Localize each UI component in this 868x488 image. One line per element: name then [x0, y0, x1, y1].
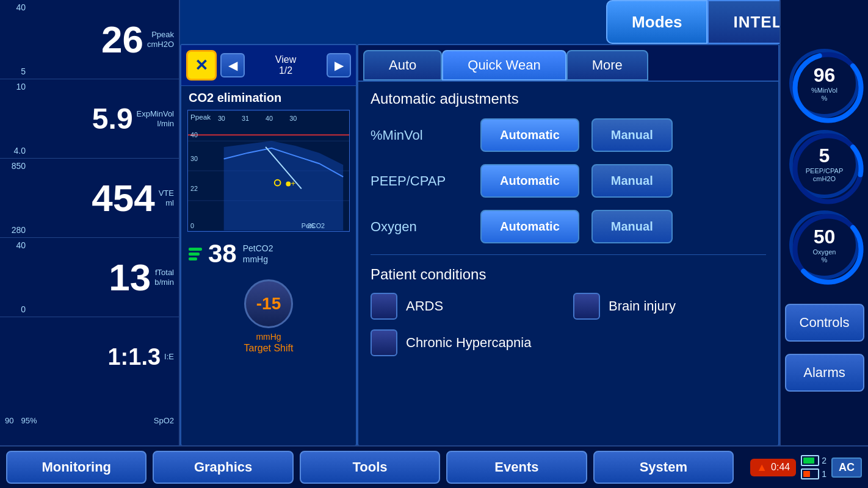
vital-row-ppeak: 40 5 26 PpeakcmH2O — [0, 0, 179, 79]
middle-header: ✕ ◀ View1/2 ▶ — [181, 45, 356, 86]
petco2-value: 38 — [208, 239, 237, 268]
svg-text:30: 30 — [190, 155, 198, 162]
close-button[interactable]: ✕ — [186, 50, 217, 81]
target-shift-circle[interactable]: -15 — [244, 279, 293, 328]
vital-row-expminvol: 10 4.0 5.9 ExpMinVoll/min — [0, 79, 179, 159]
right-sidebar: 96 %MinVol% 5 PEEP/CPAPcmH2O 50 Oxygen% … — [779, 0, 868, 445]
ie-label: I:E — [164, 352, 174, 362]
svg-text:40: 40 — [190, 131, 198, 138]
bottom-system-button[interactable]: System — [593, 451, 734, 484]
view-label: View1/2 — [248, 54, 323, 76]
ie-scale — [5, 320, 29, 393]
ftotal-value: 13 — [29, 259, 151, 296]
target-shift-area: -15 mmHg Target Shift — [181, 273, 356, 360]
petco2-row: 38 PetCO2mmHg — [181, 234, 356, 273]
adj-label-minvol: %MinVol — [371, 127, 468, 143]
adj-row-minvol: %MinVol Automatic Manual — [358, 112, 778, 158]
co2-chart: 40 30 22 0 26 30 31 40 30 + Ppeak PetCO2 — [187, 110, 350, 232]
auto-adjustments-title: Automatic adjustments — [358, 82, 778, 112]
left-panel: 40 5 26 PpeakcmH2O 10 4.0 5.9 ExpMinVoll… — [0, 0, 180, 445]
battery-row-2: 1 — [801, 468, 826, 479]
vte-value: 454 — [29, 179, 155, 217]
controls-button[interactable]: Controls — [785, 304, 864, 342]
battery-status: 2 1 — [801, 455, 826, 479]
modes-button[interactable]: Modes — [606, 0, 707, 44]
expminvol-value: 5.9 — [29, 104, 133, 134]
condition-chronic-hypercapnia: Chronic Hypercapnia — [371, 329, 563, 356]
battery-fill-2 — [803, 471, 810, 477]
condition-ards-checkbox[interactable] — [371, 293, 397, 320]
adj-row-peep: PEEP/CPAP Automatic Manual — [358, 158, 778, 204]
ftotal-scale: 40 0 — [5, 240, 29, 314]
battery-fill-1 — [803, 458, 814, 464]
spo2-hi: 95% — [21, 416, 37, 425]
bar-1 — [189, 248, 202, 251]
expminvol-scale: 10 4.0 — [5, 82, 29, 156]
vte-scale: 850 280 — [5, 161, 29, 235]
bottom-events-button[interactable]: Events — [446, 451, 587, 484]
ppeak-value: 26 — [29, 21, 143, 59]
adj-auto-oxygen[interactable]: Automatic — [480, 210, 579, 243]
condition-chronic-hypercapnia-label: Chronic Hypercapnia — [406, 335, 531, 351]
status-area: ▲ 0:44 2 1 AC — [740, 455, 862, 479]
tab-auto[interactable]: Auto — [363, 50, 442, 81]
adj-manual-peep[interactable]: Manual — [591, 164, 673, 198]
co2-title: CO2 elimination — [181, 86, 356, 107]
target-unit: mmHg — [256, 332, 281, 342]
middle-panel: ✕ ◀ View1/2 ▶ CO2 elimination 40 30 22 — [180, 44, 357, 447]
battery-count-2: 1 — [822, 469, 826, 479]
condition-brain-injury: Brain injury — [573, 293, 766, 320]
bottom-graphics-button[interactable]: Graphics — [153, 451, 293, 484]
alarms-button[interactable]: Alarms — [785, 354, 864, 392]
spo2-label: SpO2 — [154, 416, 174, 425]
bar-2 — [189, 253, 200, 256]
ppeak-scale: 40 5 — [5, 2, 29, 76]
green-bars-indicator — [189, 248, 202, 260]
spo2-lo: 90 — [5, 416, 13, 425]
adj-label-peep: PEEP/CPAP — [371, 173, 468, 189]
target-label: Target Shift — [244, 343, 294, 354]
condition-brain-injury-checkbox[interactable] — [573, 293, 600, 320]
svg-text:30: 30 — [289, 115, 297, 122]
condition-ards-label: ARDS — [406, 298, 443, 314]
battery-count-1: 2 — [822, 456, 826, 465]
svg-text:30: 30 — [218, 115, 225, 122]
bar-3 — [189, 257, 197, 260]
vte-label: VTEml — [159, 188, 174, 207]
svg-text:PetCO2: PetCO2 — [302, 222, 325, 229]
tab-more[interactable]: More — [566, 50, 648, 81]
condition-brain-injury-label: Brain injury — [609, 298, 676, 314]
adj-auto-peep[interactable]: Automatic — [480, 164, 579, 198]
svg-point-22 — [795, 55, 861, 121]
svg-text:31: 31 — [242, 115, 249, 122]
vital-row-ftotal: 40 0 13 fTotalb/min — [0, 238, 179, 317]
svg-text:0: 0 — [190, 222, 194, 229]
tab-quick-wean[interactable]: Quick Wean — [442, 50, 566, 81]
adj-manual-minvol[interactable]: Manual — [591, 118, 673, 152]
ie-value: 1:1.3 — [29, 345, 161, 368]
alarm-time: 0:44 — [771, 462, 790, 473]
nav-next-button[interactable]: ▶ — [327, 53, 351, 77]
right-panel: Auto Quick Wean More Automatic adjustmen… — [357, 44, 779, 447]
adj-manual-oxygen[interactable]: Manual — [591, 210, 673, 243]
ppeak-label: PpeakcmH2O — [147, 30, 174, 49]
bottom-tools-button[interactable]: Tools — [300, 451, 440, 484]
bottom-monitoring-button[interactable]: Monitoring — [6, 451, 146, 484]
spo2-row: 90 95% SpO2 — [0, 396, 179, 445]
battery-row-1: 2 — [801, 455, 826, 466]
vital-row-vte: 850 280 454 VTEml — [0, 159, 179, 238]
nav-prev-button[interactable]: ◀ — [220, 53, 245, 77]
adj-label-oxygen: Oxygen — [371, 219, 468, 235]
adj-auto-minvol[interactable]: Automatic — [480, 118, 579, 152]
petco2-unit: PetCO2mmHg — [243, 243, 273, 265]
gauge-oxygen: 50 Oxygen% — [789, 210, 859, 279]
svg-point-17 — [286, 182, 291, 187]
conditions-grid: ARDS Brain injury Chronic Hypercapnia — [358, 288, 778, 361]
alarm-triangle-icon: ▲ — [756, 461, 767, 474]
patient-conditions-title: Patient conditions — [358, 260, 778, 288]
divider — [371, 254, 766, 255]
condition-chronic-hypercapnia-checkbox[interactable] — [371, 329, 397, 356]
svg-text:Ppeak: Ppeak — [190, 113, 211, 121]
expminvol-label: ExpMinVoll/min — [137, 109, 174, 128]
ac-indicator: AC — [831, 458, 862, 478]
